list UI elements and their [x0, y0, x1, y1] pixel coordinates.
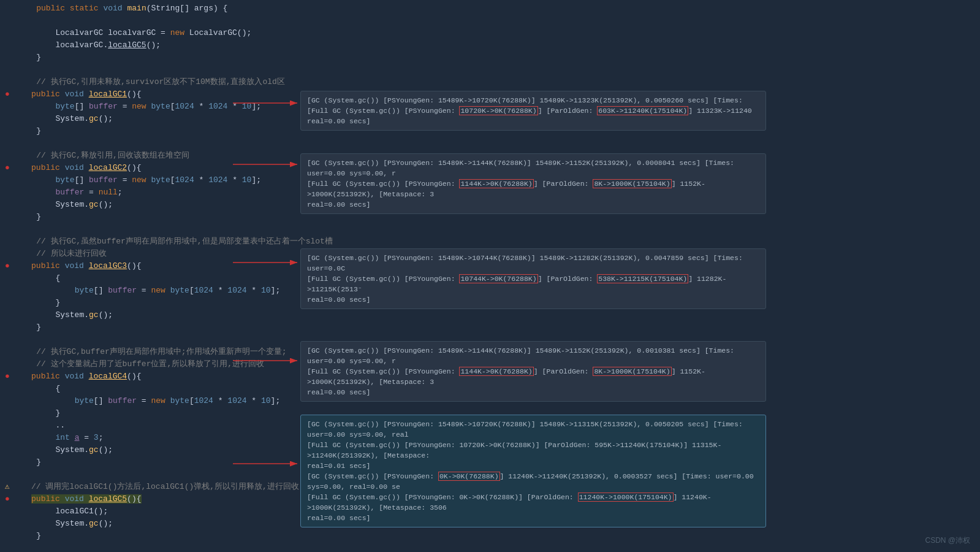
gc2-line2: [Full GC (System.gc()) [PSYoungGen: 1144… [307, 178, 759, 199]
code-line: System.gc(); [5, 113, 300, 125]
gc5-redbox2: 11240K->1000K(175104K) [578, 493, 674, 502]
code-line: System.gc(); [5, 444, 300, 456]
code-line: // 执行GC,虽然buffer声明在局部作用域中,但是局部变量表中还占着一个s… [5, 236, 300, 248]
code-line: ● public void localGC3(){ [5, 260, 300, 272]
code-line: } [5, 211, 300, 223]
gc5-line4: [GC (System.gc()) [PSYoungGen: 0K->0K(76… [307, 471, 759, 492]
code-line: localvarGC.localGC5(); [5, 39, 300, 52]
code-line: System.gc(); [5, 309, 300, 321]
code-line: } [5, 456, 300, 469]
code-line: buffer = null; [5, 186, 300, 199]
code-line: ● public void localGC5(){ [5, 493, 300, 505]
gc3-redbox1: 10744K->0K(76288K) [459, 274, 537, 283]
code-line: } [5, 52, 300, 64]
code-line: } [5, 125, 300, 137]
code-line: public static void main(String[] args) { [5, 2, 300, 15]
code-line: // 执行GC,buffer声明在局部作用域中;作用域外重新声明一个变量; [5, 346, 300, 358]
code-line [5, 469, 300, 481]
code-line [5, 64, 300, 76]
code-line: } [5, 530, 300, 542]
gc5-redbox1: 0K->0K(76288K) [438, 472, 500, 481]
gc1-line2: [Full GC (System.gc()) [PSYoungGen: 1072… [307, 105, 759, 116]
gc4-redbox2: 8K->1000K(175104K) [593, 367, 671, 376]
gc-popup-1: [GC (System.gc()) [PSYoungGen: 15489K->1… [300, 91, 766, 131]
code-line: // 这个变量就占用了近buffer位置,所以释放了引用,进行回收 [5, 358, 300, 370]
gc3-line3: real=0.00 secs] [307, 294, 759, 305]
gc3-line2: [Full GC (System.gc()) [PSYoungGen: 1074… [307, 274, 759, 294]
editor-container: public static void main(String[] args) {… [0, 0, 980, 552]
gc-popup-5: [GC (System.gc()) [PSYoungGen: 15489K->1… [300, 415, 766, 527]
gc-popup-3: [GC (System.gc()) [PSYoungGen: 15489K->1… [300, 248, 766, 309]
gc3-line1: [GC (System.gc()) [PSYoungGen: 15489K->1… [307, 253, 759, 274]
code-line: { [5, 383, 300, 395]
code-line: } [5, 297, 300, 309]
code-line: // 执行GC,引用未释放,survivor区放不下10M数据,直接放入old区 [5, 76, 300, 88]
gc1-line1: [GC (System.gc()) [PSYoungGen: 15489K->1… [307, 95, 759, 105]
watermark: CSDN @沛权 [925, 535, 970, 546]
gc4-redbox1: 1144K->0K(76288K) [459, 367, 533, 376]
code-line: } [5, 321, 300, 334]
gc4-line2: [Full GC (System.gc()) [PSYoungGen: 1144… [307, 366, 759, 387]
gc5-line1: [GC (System.gc()) [PSYoungGen: 15489K->1… [307, 419, 759, 440]
code-line: System.gc(); [5, 518, 300, 530]
code-line: // 执行GC,释放引用,回收该数组在堆空间 [5, 150, 300, 162]
code-line: { [5, 272, 300, 285]
gc2-redbox1: 1144K->0K(76288K) [459, 179, 533, 188]
gc4-line1: [GC (System.gc()) [PSYoungGen: 15489K->1… [307, 345, 759, 366]
gc4-line3: real=0.00 secs] [307, 387, 759, 397]
gc1-redbox2: 603K->11240K(175104K) [597, 106, 688, 115]
code-line [5, 137, 300, 150]
code-line: ● public void localGC4(){ [5, 370, 300, 383]
code-line: System.gc(); [5, 199, 300, 211]
gc2-redbox2: 8K->1000K(175104K) [593, 179, 671, 188]
gc5-line2: [Full GC (System.gc()) [PSYoungGen: 1072… [307, 440, 759, 461]
code-line: ● public void localGC1(){ [5, 88, 300, 101]
gc-popup-4: [GC (System.gc()) [PSYoungGen: 15489K->1… [300, 341, 766, 402]
code-line: byte[] buffer = new byte[1024 * 1024 * 1… [5, 395, 300, 407]
gc5-line6: real=0.00 secs] [307, 513, 759, 523]
code-line [5, 223, 300, 236]
code-line: int a = 3; [5, 432, 300, 444]
gc5-line3: real=0.01 secs] [307, 461, 759, 471]
code-line: ⚠ // 调用完localGC1()方法后,localGC1()弹栈,所以引用释… [5, 481, 300, 493]
gc1-line3: real=0.00 secs] [307, 116, 759, 126]
code-line: localGC1(); [5, 505, 300, 518]
gc3-redbox2: 538K->11215K(175104K) [597, 274, 688, 283]
gc5-line5: [Full GC (System.gc()) [PSYoungGen: 0K->… [307, 492, 759, 513]
gc2-line3: real=0.00 secs] [307, 199, 759, 210]
gc-popup-2: [GC (System.gc()) [PSYoungGen: 15489K->1… [300, 153, 766, 214]
code-line: // 所以未进行回收 [5, 248, 300, 260]
code-line [5, 15, 300, 27]
code-line: byte[] buffer = new byte[1024 * 1024 * 1… [5, 174, 300, 186]
code-line: byte[] buffer = new byte[1024 * 1024 * 1… [5, 285, 300, 297]
code-line: byte[] buffer = new byte[1024 * 1024 * 1… [5, 101, 300, 113]
code-line: .. [5, 420, 300, 432]
code-line: ● public void localGC2(){ [5, 162, 300, 174]
gc2-line1: [GC (System.gc()) [PSYoungGen: 15489K->1… [307, 158, 759, 178]
code-line: LocalvarGC localvarGC = new LocalvarGC()… [5, 27, 300, 39]
code-line [5, 334, 300, 346]
code-area: public static void main(String[] args) {… [0, 0, 980, 552]
gc1-redbox1: 10720K->0K(76288K) [459, 106, 537, 115]
code-lines-container: public static void main(String[] args) {… [0, 0, 300, 545]
code-line: } [5, 407, 300, 420]
